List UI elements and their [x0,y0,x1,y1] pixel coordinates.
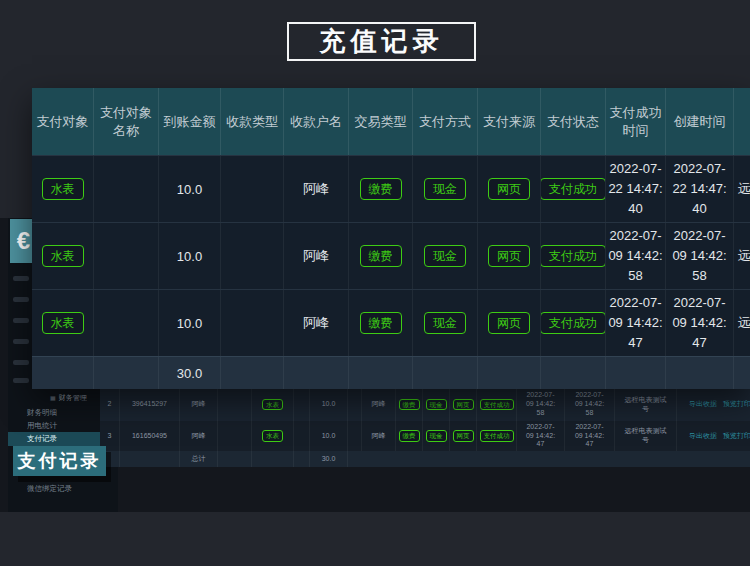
table-row[interactable]: 水表 10.0 阿峰 缴费 现金 网页 支付成功 2022-07- 09 14:… [32,222,750,289]
empty-cell [32,357,94,389]
magnified-menu-label: 支付记录 [13,446,106,476]
empty-cell [94,357,159,389]
sidebar-text-fragment [13,297,29,302]
success-time-cell: 2022-07- 09 14:42: 47 [606,290,666,356]
table-row[interactable]: 2 396415297 阿峰 水表 10.0 阿峰 缴费 现金 网页 支付成功 … [100,388,750,421]
payee-cell: 阿峰 [284,156,349,222]
record-id: 396415297 [120,388,180,421]
empty-cell [478,357,541,389]
record-name: 阿峰 [180,421,218,451]
trade-type-tag: 缴费 [360,245,402,267]
amount-cell: 10.0 [159,223,221,289]
empty-cell [666,357,734,389]
pay-source-tag: 网页 [488,178,530,200]
export-receipt-link[interactable]: 导出收据 [689,400,717,409]
pay-status-tag: 支付成功 [480,399,514,410]
pay-source-cell: 网页 [478,223,541,289]
sidebar-item-wechat-binding[interactable]: 微信绑定记录 [8,482,118,495]
col-header-pay-object: 支付对象 [32,88,94,155]
pay-status-cell: 支付成功 [541,156,606,222]
empty-cell [221,357,284,389]
table-row[interactable]: 水表 10.0 阿峰 缴费 现金 网页 支付成功 2022-07- 22 14:… [32,155,750,222]
create-time-cell: 2022-07- 09 14:42: 58 [666,223,734,289]
payee-cell: 阿峰 [362,388,396,421]
trade-type-cell: 缴费 [349,156,413,222]
pay-source-tag: 网页 [453,399,474,410]
col-header-amount: 到账金额 [159,88,221,155]
account-cell-cut: 远 [734,156,750,222]
pay-object-cell: 水表 [32,290,94,356]
col-header-cut [734,88,750,155]
empty-cell [120,451,180,467]
success-time-cell: 2022-07- 22 14:47: 40 [606,156,666,222]
col-header-pay-method: 支付方式 [413,88,478,155]
empty-cell [218,451,252,467]
finance-group-icon: ▦ [50,395,56,401]
pay-status-tag: 支付成功 [541,178,606,200]
preview-print-link[interactable]: 预览打印 [723,432,750,441]
col-header-payee: 收款户名 [284,88,349,155]
col-header-pay-source: 支付来源 [478,88,541,155]
object-name-cell [94,223,159,289]
page-title-text: 充值记录 [320,24,444,59]
meter-tag-cell: 水表 [252,388,294,421]
trade-type-tag: 缴费 [399,430,420,441]
table-row[interactable]: 3 161650495 阿峰 水表 10.0 阿峰 缴费 现金 网页 支付成功 … [100,421,750,451]
total-row: 总计 30.0 [100,451,750,467]
sidebar-text-fragment [13,360,29,365]
trade-type-tag: 缴费 [360,178,402,200]
logo-glyph-icon: € [17,227,30,255]
pay-object-tag: 水表 [42,178,84,200]
object-name-cell [94,156,159,222]
meter-tag: 水表 [262,399,283,410]
pay-object-tag: 水表 [42,312,84,334]
pay-object-cell: 水表 [32,223,94,289]
create-time-cell: 2022-07- 09 14:42: 58 [565,388,615,421]
empty-cell [218,421,252,451]
payee-cell: 阿峰 [284,290,349,356]
pay-status-tag: 支付成功 [480,430,514,441]
pay-method-tag: 现金 [426,430,447,441]
total-label: 总计 [180,451,218,467]
export-receipt-link[interactable]: 导出收据 [689,432,717,441]
collect-type-cell [221,290,284,356]
empty-cell [294,451,310,467]
col-header-pay-status: 支付状态 [541,88,606,155]
page-title: 充值记录 [287,22,476,61]
background-table: 2 396415297 阿峰 水表 10.0 阿峰 缴费 现金 网页 支付成功 … [100,388,750,467]
pay-source-cell: 网页 [478,156,541,222]
preview-print-link[interactable]: 预览打印 [723,400,750,409]
table-row[interactable]: 水表 10.0 阿峰 缴费 现金 网页 支付成功 2022-07- 09 14:… [32,289,750,356]
total-amount: 30.0 [310,451,348,467]
tag-cell: 缴费 [396,388,423,421]
pay-method-cell: 现金 [413,290,478,356]
amount-cell: 10.0 [159,156,221,222]
amount-cell: 10.0 [310,421,348,451]
empty-cell [734,357,750,389]
row-index: 2 [100,388,120,421]
col-header-success-time: 支付成功 时间 [606,88,666,155]
empty-cell [541,357,606,389]
account-cell: 远程电表测试 号 [615,388,677,421]
tag-cell: 支付成功 [477,388,517,421]
empty-cell [218,388,252,421]
pay-method-tag: 现金 [424,245,466,267]
pay-source-cell: 网页 [478,290,541,356]
pay-source-tag: 网页 [453,430,474,441]
account-cell-cut: 远 [734,223,750,289]
col-header-collect-type: 收款类型 [221,88,284,155]
amount-cell: 10.0 [159,290,221,356]
payee-cell: 阿峰 [362,421,396,451]
empty-cell [348,421,362,451]
table-header-row: 支付对象 支付对象 名称 到账金额 收款类型 收款户名 交易类型 支付方式 支付… [32,88,750,155]
empty-cell [284,357,349,389]
sidebar-group-label: 财务管理 [59,394,87,401]
pay-object-tag: 水表 [42,245,84,267]
success-time-cell: 2022-07- 09 14:42: 58 [517,388,565,421]
total-row: 30.0 [32,356,750,389]
record-id: 161650495 [120,421,180,451]
col-header-object-name: 支付对象 名称 [94,88,159,155]
pay-status-tag: 支付成功 [541,245,606,267]
trade-type-tag: 缴费 [399,399,420,410]
sidebar-text-fragment [13,378,29,383]
